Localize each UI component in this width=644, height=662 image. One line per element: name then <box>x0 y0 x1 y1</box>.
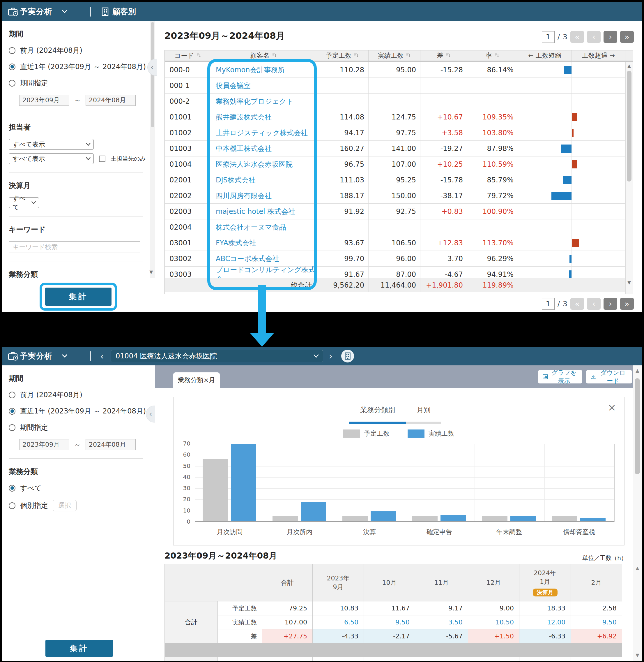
prev-customer-button[interactable]: ‹ <box>100 347 104 366</box>
table-row: 実績工数107.006.509.503.5010.5012.009.50 <box>165 615 622 630</box>
primary-only-checkbox[interactable] <box>99 156 106 162</box>
main-scrollbar[interactable]: ▲ ▲ ▼ <box>633 366 642 661</box>
actual-hours-link[interactable]: 12.00 <box>520 615 571 630</box>
planned-month-cell: 11.67 <box>364 601 415 615</box>
bar-actual <box>371 511 396 521</box>
first-page-button[interactable]: « <box>570 31 584 43</box>
scroll-up-icon[interactable]: ▲ <box>633 368 642 373</box>
period-option-custom[interactable]: 期間指定 <box>9 79 150 88</box>
total-rate: 119.89% <box>467 278 518 292</box>
actual-hours-link[interactable]: 9.50 <box>571 615 622 630</box>
column-header[interactable]: 実績工数 <box>369 50 420 61</box>
chart-tab-by-month[interactable]: 月別 <box>406 405 441 415</box>
chevron-down-icon[interactable] <box>62 347 68 366</box>
show-graph-button[interactable]: グラフを表示 <box>538 370 582 383</box>
rate-cell: 110.59% <box>467 156 518 172</box>
period-from-input[interactable]: 2023年09月 <box>19 439 69 450</box>
table-scrollbar[interactable]: ▲ ▼ <box>625 62 632 294</box>
row-group-label: 月次訪問 <box>165 657 218 661</box>
last-page-button[interactable]: » <box>620 31 634 43</box>
planned-hours-cell: 99.70 <box>316 251 369 266</box>
last-page-button[interactable]: » <box>620 298 634 310</box>
fiscal-month-select[interactable]: すべて <box>9 197 39 208</box>
close-icon[interactable]: × <box>608 402 616 412</box>
actual-hours-link[interactable]: 3.50 <box>415 615 468 630</box>
over-bar-cell <box>572 235 625 250</box>
tab-category-by-month[interactable]: 業務分類×月 <box>173 372 220 388</box>
shorten-bar <box>569 270 572 278</box>
download-button[interactable]: ダウンロード <box>586 370 632 383</box>
app-title[interactable]: 予実分析 <box>20 347 52 366</box>
period-option-last-year[interactable]: 直近1年 (2023年09月 ～ 2024年08月) <box>9 406 150 416</box>
category-option-custom[interactable]: 個別指定 選択 <box>9 500 150 511</box>
next-page-button[interactable]: › <box>603 298 617 310</box>
period-option-prev-month[interactable]: 前月 (2024年08月) <box>9 390 150 399</box>
code-cell: 000-2 <box>165 93 211 109</box>
page-total: 3 <box>563 300 568 308</box>
chevron-down-icon[interactable] <box>62 2 68 21</box>
period-to-input[interactable]: 2024年08月 <box>86 95 136 106</box>
filter-scroll-area: 期間 前月 (2024年08月) 直近1年 (2023年09月 ～ 2024年0… <box>2 21 150 278</box>
app-header: 予実分析 ‹ 01004 医療法人速水会赤坂医院 › <box>2 347 642 366</box>
period-option-prev-month[interactable]: 前月 (2024年08月) <box>9 46 150 55</box>
code-cell: 01003 <box>165 141 211 156</box>
category-option-all[interactable]: すべて <box>9 483 150 493</box>
scrollbar-thumb[interactable] <box>627 71 631 181</box>
y-tick-label: 20 <box>178 495 190 503</box>
month-column-header: 10月 <box>364 564 415 601</box>
category-label: 業務分類 <box>9 467 150 477</box>
code-cell: 000-0 <box>165 62 211 78</box>
scroll-up-icon[interactable]: ▲ <box>633 565 642 571</box>
actual-hours-link[interactable]: 10.50 <box>468 615 520 630</box>
column-header[interactable]: 差 <box>420 50 467 61</box>
period-option-last-year[interactable]: 直近1年 (2023年09月 ～ 2024年08月) <box>9 62 150 71</box>
prev-page-button[interactable]: ‹ <box>587 298 601 310</box>
choose-button[interactable]: 選択 <box>53 500 76 511</box>
period-from-input[interactable]: 2023年09月 <box>19 95 69 106</box>
planned-hours-cell <box>316 78 369 93</box>
briefcase-clock-icon[interactable] <box>7 2 19 21</box>
staff-select-2[interactable]: すべて表示 <box>9 153 94 164</box>
over-bar-cell <box>572 93 625 109</box>
chart-icon <box>543 374 548 380</box>
shorten-bar-cell <box>518 125 572 140</box>
radio-label: 個別指定 <box>20 501 48 510</box>
period-option-custom[interactable]: 期間指定 <box>9 423 150 432</box>
staff-select-1[interactable]: すべて表示 <box>9 139 94 150</box>
briefcase-clock-icon[interactable] <box>7 347 19 366</box>
scrollbar-thumb[interactable] <box>635 378 640 475</box>
scroll-down-icon[interactable]: ▼ <box>626 280 632 285</box>
month-column-header: 12月 <box>468 564 520 601</box>
column-header[interactable]: 率 <box>467 50 518 61</box>
month-name: 9月 <box>313 583 363 592</box>
aggregate-button[interactable]: 集計 <box>45 640 113 657</box>
customer-select[interactable]: 01004 医療法人速水会赤坂医院 <box>111 350 323 362</box>
month-name: 10月 <box>364 578 415 587</box>
code-cell: 01001 <box>165 109 211 125</box>
aggregate-button[interactable]: 集計 <box>45 288 112 306</box>
page-input[interactable]: 1 <box>542 298 555 310</box>
actual-hours-link[interactable]: 9.50 <box>364 615 415 630</box>
scroll-up-icon[interactable]: ▲ <box>626 63 632 68</box>
period-to-input[interactable]: 2024年08月 <box>86 439 136 450</box>
actual-hours-link[interactable]: 6.50 <box>313 615 364 630</box>
filter-sidebar: 期間 前月 (2024年08月) 直近1年 (2023年09月 ～ 2024年0… <box>2 21 157 312</box>
chart-tab-by-category[interactable]: 業務分類別 <box>349 405 406 415</box>
column-header[interactable]: コード <box>165 50 211 61</box>
shorten-bar <box>563 176 572 184</box>
rate-cell: 103.80% <box>467 125 518 140</box>
customer-building-icon[interactable] <box>341 350 354 362</box>
header-divider <box>90 351 91 361</box>
x-category-label: 確定申告 <box>405 528 474 536</box>
next-customer-button[interactable]: › <box>329 347 332 366</box>
next-page-button[interactable]: › <box>603 31 617 43</box>
scroll-down-icon[interactable]: ▼ <box>150 269 153 275</box>
page-input[interactable]: 1 <box>542 31 555 43</box>
column-header[interactable]: 予定工数 <box>316 50 369 61</box>
x-category-label: 決算 <box>335 528 405 536</box>
keyword-input[interactable] <box>9 241 140 253</box>
first-page-button[interactable]: « <box>570 298 584 310</box>
app-title[interactable]: 予実分析 <box>20 2 52 21</box>
scroll-down-icon[interactable]: ▼ <box>633 653 642 658</box>
prev-page-button[interactable]: ‹ <box>587 31 601 43</box>
